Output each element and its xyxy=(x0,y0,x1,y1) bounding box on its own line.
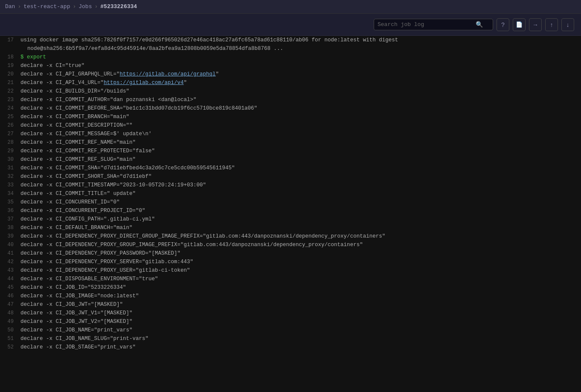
breadcrumb-user[interactable]: Dan xyxy=(5,3,15,10)
breadcrumb-project[interactable]: test-react-app xyxy=(23,3,70,10)
line-number: 30 xyxy=(0,155,20,164)
line-content: declare -x CI_JOB_JWT_V2="[MASKED]" xyxy=(20,317,581,326)
table-row: 19declare -x CI="true" xyxy=(0,61,581,70)
line-content: declare -x CI_COMMIT_BRANCH="main" xyxy=(20,113,581,121)
line-content: declare -x CI_API_GRAPHQL_URL="https://g… xyxy=(20,70,581,78)
line-number: 33 xyxy=(0,181,20,189)
table-row: 32declare -x CI_COMMIT_SHORT_SHA="d7d11e… xyxy=(0,172,581,181)
line-content: declare -x CI_COMMIT_TITLE=" update" xyxy=(20,189,581,198)
line-number: 34 xyxy=(0,189,20,198)
raw-button[interactable]: → xyxy=(529,18,542,31)
table-row: 48declare -x CI_JOB_JWT_V1="[MASKED]" xyxy=(0,309,581,317)
line-content: declare -x CI_DEPENDENCY_PROXY_GROUP_IMA… xyxy=(20,241,581,249)
line-content: declare -x CI_COMMIT_REF_NAME="main" xyxy=(20,138,581,147)
line-content: declare -x CI_COMMIT_DESCRIPTION="" xyxy=(20,121,581,130)
table-row: 35declare -x CI_CONCURRENT_ID="0" xyxy=(0,198,581,206)
line-content: declare -x CI_JOB_JWT="[MASKED]" xyxy=(20,300,581,309)
line-number: 42 xyxy=(0,258,20,266)
table-row: 49declare -x CI_JOB_JWT_V2="[MASKED]" xyxy=(0,317,581,326)
line-number: 19 xyxy=(0,61,20,70)
search-icon: 🔍 xyxy=(476,21,483,28)
table-row: 51declare -x CI_JOB_NAME_SLUG="print-var… xyxy=(0,334,581,343)
line-number: 52 xyxy=(0,343,20,351)
table-row: 34declare -x CI_COMMIT_TITLE=" update" xyxy=(0,189,581,198)
line-content: declare -x CI_COMMIT_AUTHOR="dan poznans… xyxy=(20,96,581,104)
line-number: 26 xyxy=(0,121,20,130)
line-content: declare -x CI_COMMIT_REF_SLUG="main" xyxy=(20,155,581,164)
line-content: declare -x CI_JOB_JWT_V1="[MASKED]" xyxy=(20,309,581,317)
line-content: declare -x CI_API_V4_URL="https://gitlab… xyxy=(20,78,581,87)
line-number: 25 xyxy=(0,113,20,121)
line-content: declare -x CI_DEFAULT_BRANCH="main" xyxy=(20,224,581,232)
line-number: 22 xyxy=(0,87,20,96)
line-content: declare -x CI_CONCURRENT_ID="0" xyxy=(20,198,581,206)
log-container[interactable]: 17using docker image sha256:7826f0f7157/… xyxy=(0,36,581,392)
line-number: 47 xyxy=(0,300,20,309)
line-number: 27 xyxy=(0,130,20,138)
table-row: 38declare -x CI_DEFAULT_BRANCH="main" xyxy=(0,224,581,232)
breadcrumb-sep-1: › xyxy=(17,3,21,10)
line-content: declare -x CI_COMMIT_REF_PROTECTED="fals… xyxy=(20,147,581,155)
line-number: 21 xyxy=(0,78,20,87)
table-row: 50declare -x CI_JOB_NAME="print_vars" xyxy=(0,326,581,334)
line-number: 44 xyxy=(0,275,20,283)
table-row: 28declare -x CI_COMMIT_REF_NAME="main" xyxy=(0,138,581,147)
download-button[interactable]: 📄 xyxy=(513,18,526,31)
table-row: 33declare -x CI_COMMIT_TIMESTAMP="2023-1… xyxy=(0,181,581,189)
line-number: 51 xyxy=(0,334,20,343)
table-row: 39declare -x CI_DEPENDENCY_PROXY_DIRECT_… xyxy=(0,232,581,241)
table-row: 31declare -x CI_COMMIT_SHA="d7d11ebfbed4… xyxy=(0,164,581,172)
table-row: 36declare -x CI_CONCURRENT_PROJECT_ID="0… xyxy=(0,206,581,215)
table-row: 46declare -x CI_JOB_IMAGE="node:latest" xyxy=(0,292,581,300)
table-row: 21declare -x CI_API_V4_URL="https://gitl… xyxy=(0,78,581,87)
line-number: 43 xyxy=(0,266,20,275)
line-content: declare -x CI_COMMIT_SHA="d7d11ebfbed4c3… xyxy=(20,164,581,172)
table-row: 30declare -x CI_COMMIT_REF_SLUG="main" xyxy=(0,155,581,164)
line-content: declare -x CI_COMMIT_SHORT_SHA="d7d11ebf… xyxy=(20,172,581,181)
table-row: 45declare -x CI_JOB_ID="5233226334" xyxy=(0,283,581,292)
line-number: 48 xyxy=(0,309,20,317)
line-content: declare -x CI_DEPENDENCY_PROXY_PASSWORD=… xyxy=(20,249,581,258)
line-content: declare -x CI="true" xyxy=(20,61,581,70)
line-number: 40 xyxy=(0,241,20,249)
line-number: 20 xyxy=(0,70,20,78)
line-number: 31 xyxy=(0,164,20,172)
line-number: 38 xyxy=(0,224,20,232)
line-content: declare -x CI_COMMIT_TIMESTAMP="2023-10-… xyxy=(20,181,581,189)
line-content: declare -x CI_JOB_NAME="print_vars" xyxy=(20,326,581,334)
scroll-bottom-button[interactable]: ↓ xyxy=(561,18,574,31)
help-button[interactable]: ? xyxy=(497,18,509,31)
line-number: 28 xyxy=(0,138,20,147)
breadcrumb-sep-3: › xyxy=(94,3,98,10)
breadcrumb-jobs[interactable]: Jobs xyxy=(78,3,92,10)
log-link[interactable]: https://gitlab.com/api/graphql xyxy=(120,71,216,77)
line-content: declare -x CI_JOB_IMAGE="node:latest" xyxy=(20,292,581,300)
line-number: 49 xyxy=(0,317,20,326)
table-row: 41declare -x CI_DEPENDENCY_PROXY_PASSWOR… xyxy=(0,249,581,258)
scroll-top-icon: ↑ xyxy=(550,21,553,28)
table-row: 20declare -x CI_API_GRAPHQL_URL="https:/… xyxy=(0,70,581,78)
log-link[interactable]: https://gitlab.com/api/v4 xyxy=(104,80,184,86)
line-content: declare -x CI_JOB_ID="5233226334" xyxy=(20,283,581,292)
line-content: declare -x CI_DEPENDENCY_PROXY_SERVER="g… xyxy=(20,258,581,266)
line-number: 36 xyxy=(0,206,20,215)
table-row: 18$ export xyxy=(0,53,581,61)
breadcrumb-job-id: #5233226334 xyxy=(100,3,137,10)
scroll-top-button[interactable]: ↑ xyxy=(545,18,558,31)
line-number: 39 xyxy=(0,232,20,241)
line-number: 35 xyxy=(0,198,20,206)
line-content: declare -x CI_JOB_NAME_SLUG="print-vars" xyxy=(20,334,581,343)
list-item: node@sha256:6b5f9a7/eefa8d4c95d45914e/8a… xyxy=(0,44,581,53)
table-row: 24declare -x CI_COMMIT_BEFORE_SHA="be1c1… xyxy=(0,104,581,113)
table-row: 22declare -x CI_BUILDS_DIR="/builds" xyxy=(0,87,581,96)
line-content: declare -x CI_COMMIT_BEFORE_SHA="be1c1c3… xyxy=(20,104,581,113)
breadcrumb-sep-2: › xyxy=(73,3,76,10)
line-content: declare -x CI_JOB_STAGE="print_vars" xyxy=(20,343,581,351)
table-row: 40declare -x CI_DEPENDENCY_PROXY_GROUP_I… xyxy=(0,241,581,249)
search-container: 🔍 xyxy=(374,19,493,30)
line-content: declare -x CI_COMMIT_MESSAGE=$' update\n… xyxy=(20,130,581,138)
search-input[interactable] xyxy=(378,21,476,28)
table-row: 29declare -x CI_COMMIT_REF_PROTECTED="fa… xyxy=(0,147,581,155)
raw-icon: → xyxy=(532,21,538,28)
line-number: 32 xyxy=(0,172,20,181)
